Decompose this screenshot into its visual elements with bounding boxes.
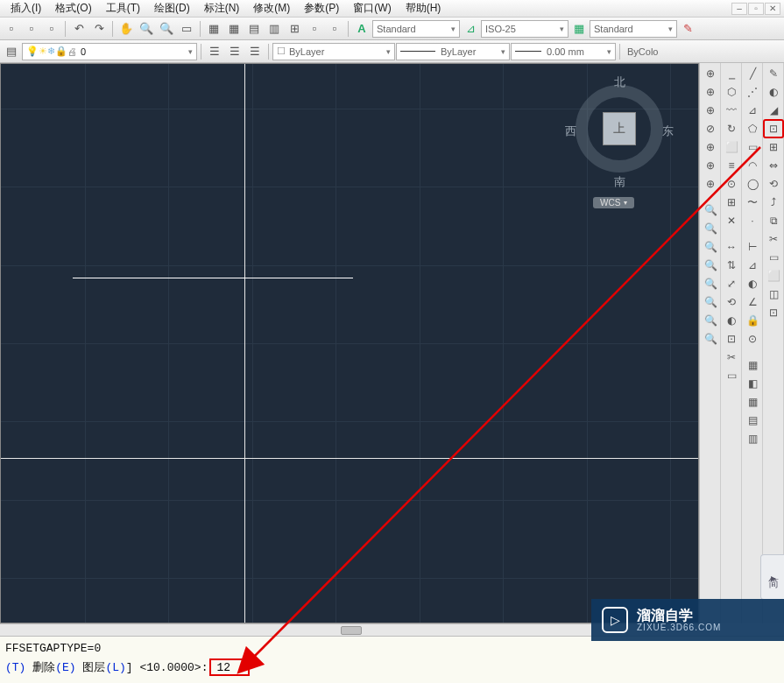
zoom-tool-2[interactable]: 🔍 [701, 220, 720, 237]
menu-dimension[interactable]: 标注(N) [197, 0, 247, 18]
modify-trim[interactable]: ✕ [722, 212, 741, 229]
dimstyle-icon[interactable]: ⊿ [461, 19, 480, 39]
erase-icon[interactable]: ✎ [764, 65, 783, 82]
zoom-tool-8[interactable]: 🔍 [701, 330, 720, 348]
layerstate-icon[interactable]: ☰ [205, 42, 224, 61]
modify-poly[interactable]: ⬡ [722, 83, 741, 101]
draw-point-icon[interactable]: · [743, 212, 762, 229]
zoom-tool-7[interactable]: 🔍 [701, 312, 720, 329]
trim-icon[interactable]: ✂ [764, 230, 783, 248]
offset-icon[interactable]: ⊡ [764, 120, 783, 137]
dimstyle-combo[interactable]: ISO-25▾ [481, 20, 569, 38]
menu-help[interactable]: 帮助(H) [399, 0, 449, 18]
draw-polyline-icon[interactable]: ⊿ [743, 102, 762, 119]
zoom-tool-1[interactable]: 🔍 [701, 201, 720, 219]
open-icon[interactable]: ▫ [22, 19, 41, 39]
drawing-canvas[interactable]: 北 南 西 东 上 WCS▾ [0, 63, 699, 623]
modify-spline[interactable]: 〰 [722, 102, 741, 119]
command-line[interactable]: FFSETGAPTYPE=0 (T) 删除 (E) 图层 (L) ] <10.0… [0, 636, 784, 683]
modify-array[interactable]: ≡ [722, 157, 741, 174]
bycolor-combo[interactable]: ByColo [624, 43, 666, 60]
modify-rotate[interactable]: ↻ [722, 120, 741, 137]
draw-arc-icon[interactable]: ◠ [743, 157, 762, 174]
modify-rect[interactable]: ⬜ [722, 138, 741, 156]
linetype-combo[interactable]: ByLayer ▾ [396, 43, 510, 60]
modify-rotate2[interactable]: ⟲ [722, 293, 741, 311]
draw-circle-icon[interactable]: ◯ [743, 175, 762, 193]
gradient-icon[interactable]: ◧ [743, 375, 762, 392]
modify-block[interactable]: ⊡ [722, 330, 741, 348]
array-icon[interactable]: ⊞ [764, 138, 783, 156]
rotate-icon[interactable]: ⟲ [764, 175, 783, 193]
modify-line[interactable]: ⎯ [722, 65, 741, 82]
hatch-icon[interactable]: ▦ [743, 356, 762, 374]
modify-circle[interactable]: ⊙ [722, 175, 741, 193]
misc2-icon[interactable]: ▫ [325, 19, 344, 39]
draw-spline-icon[interactable]: 〜 [743, 194, 762, 211]
scrollbar-thumb[interactable] [341, 626, 362, 635]
zoom-tool-6[interactable]: 🔍 [701, 293, 720, 311]
annotation-tab[interactable]: 简 ▸ [760, 554, 784, 600]
join-icon[interactable]: ◫ [764, 285, 783, 303]
osnap-lock-icon[interactable]: 🔒 [743, 312, 762, 329]
menu-window[interactable]: 窗口(W) [346, 0, 398, 18]
draw-rect-icon[interactable]: ▭ [743, 138, 762, 156]
draw-line-icon[interactable]: ╱ [743, 65, 762, 82]
minimize-button[interactable]: – [731, 3, 747, 15]
calc-icon[interactable]: ⊞ [285, 19, 304, 39]
viewcube-top-face[interactable]: 上 [604, 113, 635, 144]
sheet2-icon[interactable]: ▥ [265, 19, 284, 39]
dim-aligned-icon[interactable]: ⊿ [743, 257, 762, 274]
ucs-dropdown[interactable]: WCS▾ [593, 197, 634, 208]
tablestyle-icon[interactable]: ▦ [569, 19, 589, 39]
stretch-icon[interactable]: ⧉ [764, 212, 783, 229]
zoom-tool-3[interactable]: 🔍 [701, 238, 720, 256]
menu-insert[interactable]: 插入(I) [4, 0, 48, 18]
layerstate3-icon[interactable]: ☰ [245, 42, 265, 61]
zoom-tool-5[interactable]: 🔍 [701, 275, 720, 292]
zoom-tool-4[interactable]: 🔍 [701, 257, 720, 274]
sheet-icon[interactable]: ▤ [244, 19, 264, 39]
copy-icon[interactable]: ◐ [764, 83, 783, 101]
view-tool-7[interactable]: ⊕ [701, 175, 720, 193]
menu-parametric[interactable]: 参数(P) [297, 0, 346, 18]
table2-icon[interactable]: ▤ [743, 412, 762, 429]
layout2-icon[interactable]: ▦ [224, 19, 244, 39]
osnap-node-icon[interactable]: ⊙ [743, 330, 762, 348]
pan-icon[interactable]: ✋ [117, 19, 136, 39]
move-icon[interactable]: ⇔ [764, 157, 783, 174]
zoom-out-icon[interactable]: 🔍 [157, 19, 176, 39]
view-tool-2[interactable]: ⊕ [701, 83, 720, 101]
layout-icon[interactable]: ▦ [204, 19, 223, 39]
view-tool-3[interactable]: ⊕ [701, 102, 720, 119]
layer-combo[interactable]: 💡☀❄🔒🖨 0 ▾ [22, 43, 197, 60]
table3-icon[interactable]: ▥ [743, 430, 762, 447]
view-tool-6[interactable]: ⊕ [701, 157, 720, 174]
table-icon[interactable]: ▦ [743, 393, 762, 411]
draw-polygon-icon[interactable]: ⬠ [743, 120, 762, 137]
color-combo[interactable]: ☐ ByLayer ▾ [272, 43, 395, 60]
close-button[interactable]: ✕ [765, 3, 780, 15]
dim-radius-icon[interactable]: ◐ [743, 275, 762, 292]
dim-linear-icon[interactable]: ⊢ [743, 238, 762, 256]
dim-angle-icon[interactable]: ∠ [743, 293, 762, 311]
modify-move[interactable]: ↔ [722, 238, 741, 256]
extend-icon[interactable]: ▭ [764, 249, 783, 266]
modify-grid[interactable]: ⊞ [722, 194, 741, 211]
textstyle-icon[interactable]: A [352, 19, 371, 39]
view-tool-5[interactable]: ⊕ [701, 138, 720, 156]
draw-xline-icon[interactable]: ⋰ [743, 83, 762, 101]
zoom-window-icon[interactable]: ▭ [177, 19, 196, 39]
modify-stretch[interactable]: ⇅ [722, 257, 741, 274]
save-icon[interactable]: ▫ [42, 19, 61, 39]
undo-icon[interactable]: ↶ [69, 19, 88, 39]
mirror-icon[interactable]: ◢ [764, 102, 783, 119]
textstyle-combo[interactable]: Standard▾ [372, 20, 460, 38]
view-tool-4[interactable]: ⊘ [701, 120, 720, 137]
menu-tools[interactable]: 工具(T) [99, 0, 147, 18]
redo-icon[interactable]: ↷ [89, 19, 109, 39]
zoom-in-icon[interactable]: 🔍 [137, 19, 156, 39]
modify-mirror[interactable]: ◐ [722, 312, 741, 329]
modify-cut[interactable]: ✂ [722, 349, 741, 366]
restore-button[interactable]: ▫ [748, 3, 764, 15]
